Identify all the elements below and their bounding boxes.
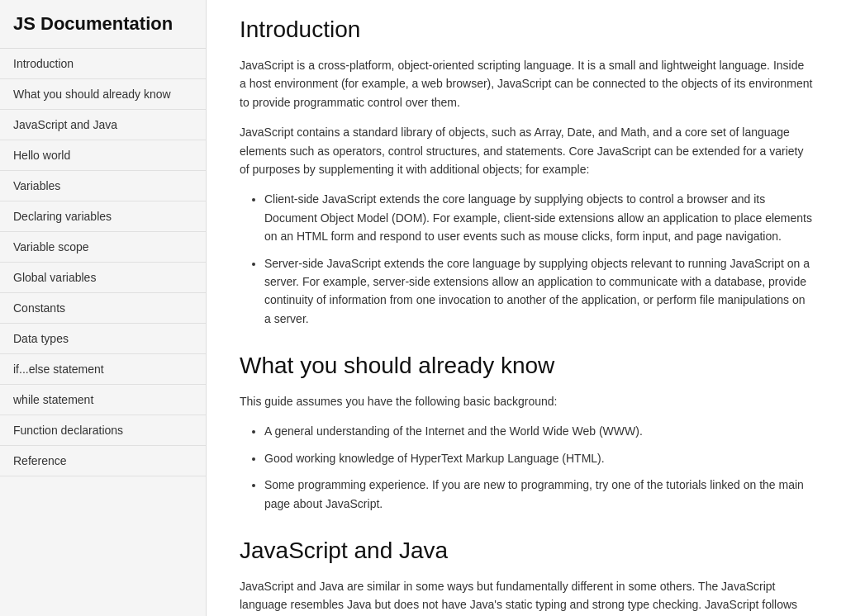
- sidebar-item-introduction[interactable]: Introduction: [0, 49, 206, 79]
- sidebar-item-javascript-and-java[interactable]: JavaScript and Java: [0, 110, 206, 140]
- sidebar: JS Documentation IntroductionWhat you sh…: [0, 0, 207, 616]
- main-content: IntroductionJavaScript is a cross-platfo…: [207, 0, 846, 616]
- sidebar-item-function-declarations[interactable]: Function declarations: [0, 415, 206, 446]
- sidebar-item-declaring-variables[interactable]: Declaring variables: [0, 201, 206, 232]
- section-title-introduction: Introduction: [240, 17, 813, 43]
- section-title-javascript-and-java: JavaScript and Java: [240, 538, 813, 564]
- list-item: Good working knowledge of HyperText Mark…: [264, 449, 813, 467]
- list-item: Client-side JavaScript extends the core …: [264, 190, 813, 245]
- sections-container: IntroductionJavaScript is a cross-platfo…: [240, 17, 813, 616]
- section-what-you-should-already-know: What you should already knowThis guide a…: [240, 353, 813, 513]
- sidebar-item-variables[interactable]: Variables: [0, 171, 206, 201]
- list-item: Some programming experience. If you are …: [264, 476, 813, 513]
- sidebar-item-constants[interactable]: Constants: [0, 293, 206, 324]
- sidebar-item-if-else-statement[interactable]: if...else statement: [0, 354, 206, 385]
- paragraph-introduction-0: JavaScript is a cross-platform, object-o…: [240, 56, 813, 111]
- sidebar-item-reference[interactable]: Reference: [0, 446, 206, 476]
- sidebar-item-hello-world[interactable]: Hello world: [0, 140, 206, 171]
- sidebar-item-data-types[interactable]: Data types: [0, 324, 206, 354]
- paragraph-introduction-1: JavaScript contains a standard library o…: [240, 123, 813, 178]
- list-introduction: Client-side JavaScript extends the core …: [264, 190, 813, 328]
- paragraph-what-you-should-already-know-0: This guide assumes you have the followin…: [240, 392, 813, 410]
- section-introduction: IntroductionJavaScript is a cross-platfo…: [240, 17, 813, 328]
- sidebar-item-while-statement[interactable]: while statement: [0, 385, 206, 415]
- list-what-you-should-already-know: A general understanding of the Internet …: [264, 422, 813, 513]
- sidebar-item-what-you-should-already-know[interactable]: What you should already know: [0, 79, 206, 110]
- sidebar-item-variable-scope[interactable]: Variable scope: [0, 232, 206, 263]
- paragraph-javascript-and-java-0: JavaScript and Java are similar in some …: [240, 577, 813, 616]
- section-title-what-you-should-already-know: What you should already know: [240, 353, 813, 379]
- sidebar-nav: IntroductionWhat you should already know…: [0, 49, 206, 476]
- sidebar-item-global-variables[interactable]: Global variables: [0, 263, 206, 293]
- section-javascript-and-java: JavaScript and JavaJavaScript and Java a…: [240, 538, 813, 616]
- list-item: A general understanding of the Internet …: [264, 422, 813, 440]
- list-item: Server-side JavaScript extends the core …: [264, 254, 813, 329]
- sidebar-title: JS Documentation: [0, 0, 206, 49]
